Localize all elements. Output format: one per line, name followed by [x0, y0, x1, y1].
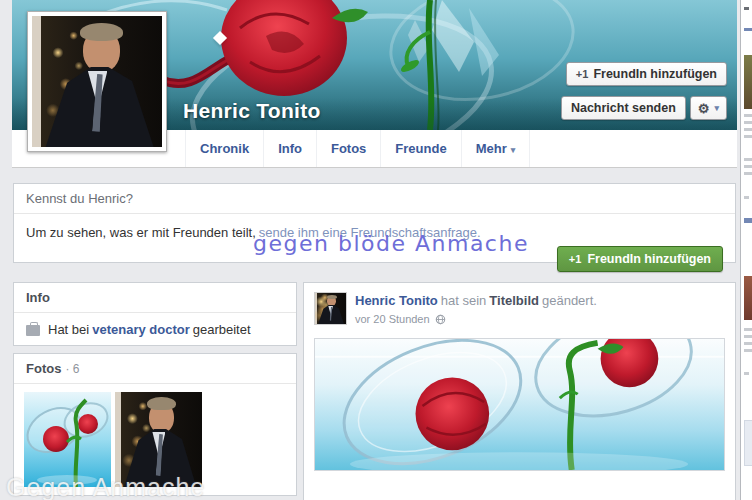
add-friend-green-label: FreundIn hinzufügen — [587, 252, 711, 266]
send-message-button[interactable]: Nachricht senden — [561, 96, 686, 120]
settings-dropdown-button[interactable]: ⚙▾ — [690, 96, 727, 120]
work-entry: Hat beivetenary doctorgearbeitet — [48, 322, 251, 337]
tab-mehr[interactable]: Mehr▾ — [462, 130, 531, 167]
post-author-avatar[interactable] — [314, 292, 347, 325]
add-friend-icon: +1 — [576, 68, 589, 80]
tab-fotos[interactable]: Fotos — [317, 130, 381, 167]
right-rail-ads — [740, 0, 752, 500]
facebook-profile-page: Henric Tonito +1FreundIn hinzufügen Nach… — [0, 0, 752, 500]
add-friend-button-green[interactable]: +1FreundIn hinzufügen — [557, 246, 723, 272]
globe-icon — [435, 314, 446, 325]
profile-picture[interactable] — [27, 11, 167, 152]
profile-portrait-image — [32, 16, 162, 147]
chevron-down-icon: ▾ — [714, 104, 719, 113]
ad-thumbnail — [744, 55, 752, 109]
add-friend-label: FreundIn hinzufügen — [593, 67, 717, 81]
know-box-text: Um zu sehen, was er mit Freunden teilt, — [26, 225, 256, 240]
know-box-title: Kennst du Henric? — [14, 184, 735, 214]
handwritten-note: gegen blöde Anmache — [253, 231, 529, 256]
gear-icon: ⚙ — [698, 102, 710, 115]
tab-chronik[interactable]: Chronik — [185, 130, 264, 167]
post-titelbild-link[interactable]: Titelbild — [489, 293, 539, 308]
post-headline: Henric Tonitohat seinTitelbildgeändert. — [355, 292, 597, 309]
profile-name: Henric Tonito — [183, 99, 321, 123]
post-cover-image[interactable] — [314, 338, 725, 471]
timeline-post: Henric Tonitohat seinTitelbildgeändert. … — [303, 282, 736, 500]
cover-action-buttons: +1FreundIn hinzufügen Nachricht senden⚙▾ — [561, 62, 727, 130]
watermark-text: Gegen Anmache — [6, 473, 205, 500]
ad-thumbnail — [744, 276, 752, 320]
add-friend-button[interactable]: +1FreundIn hinzufügen — [566, 62, 727, 86]
tab-freunde[interactable]: Freunde — [381, 130, 461, 167]
add-friend-icon: +1 — [569, 253, 582, 265]
send-message-label: Nachricht senden — [571, 101, 676, 115]
photos-count: 6 — [73, 362, 80, 376]
ad-block — [744, 420, 752, 466]
briefcase-icon — [26, 325, 40, 336]
tab-info[interactable]: Info — [264, 130, 317, 167]
workplace-link[interactable]: vetenary doctor — [92, 322, 190, 337]
info-box: Info Hat beivetenary doctorgearbeitet — [13, 282, 297, 346]
chevron-down-icon: ▾ — [511, 145, 516, 155]
post-timestamp[interactable]: vor 20 Stunden — [355, 311, 597, 328]
info-box-title: Info — [26, 290, 50, 305]
post-author-link[interactable]: Henric Tonito — [355, 293, 438, 308]
photos-box-title[interactable]: Fotos — [26, 361, 61, 376]
